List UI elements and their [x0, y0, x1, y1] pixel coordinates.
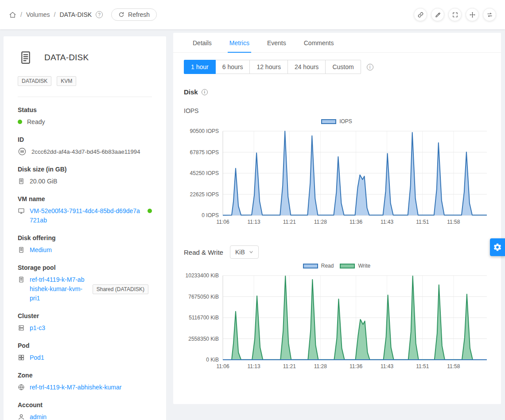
svg-text:11:36: 11:36 — [350, 219, 362, 225]
svg-text:11:28: 11:28 — [314, 363, 327, 369]
range-24hours-button[interactable]: 24 hours — [287, 60, 326, 74]
legend-read[interactable]: Read — [303, 263, 334, 269]
storage-pool-link[interactable]: ref-trl-4119-k-M7-abhishek-kumar-kvm-pri… — [30, 275, 86, 303]
svg-text:45250 IOPS: 45250 IOPS — [190, 170, 219, 176]
disk-icon — [18, 178, 25, 185]
breadcrumb: / Volumes / DATA-DISK ? Refresh — [9, 8, 157, 21]
tab-bar: Details Metrics Events Comments — [173, 33, 501, 53]
range-1hour-button[interactable]: 1 hour — [184, 60, 216, 74]
svg-text:22625 IOPS: 22625 IOPS — [190, 191, 219, 198]
refresh-button[interactable]: Refresh — [111, 8, 157, 21]
metrics-panel: 1 hour 6 hours 12 hours 24 hours Custom … — [173, 53, 501, 377]
svg-text:11:13: 11:13 — [248, 219, 260, 225]
svg-text:67875 IOPS: 67875 IOPS — [190, 149, 219, 156]
legend-iops[interactable]: IOPS — [321, 118, 352, 124]
field-label: VM name — [18, 195, 152, 202]
drag-arrows-icon — [469, 12, 476, 18]
field-vm-name: VM name VM-52e00f43-7911-4dc4-85bd-d69de… — [18, 195, 152, 225]
settings-button[interactable] — [490, 238, 505, 256]
field-storage-pool: Storage pool ref-trl-4119-k-M7-abhishek-… — [18, 264, 152, 303]
field-status: Status Ready — [18, 106, 152, 127]
iops-chart: 11:0611:1311:2111:2811:3611:4311:5111:58… — [184, 126, 489, 232]
resource-info-card: DATA-DISK DATADISK KVM Status Ready ID 2… — [4, 36, 166, 420]
svg-text:11:51: 11:51 — [416, 219, 429, 225]
account-link[interactable]: admin — [30, 412, 47, 420]
svg-text:2558350 KiB: 2558350 KiB — [188, 336, 219, 342]
refresh-label: Refresh — [128, 11, 150, 18]
field-label: Disk offering — [18, 234, 152, 241]
breadcrumb-current: DATA-DISK — [59, 11, 92, 18]
tab-details[interactable]: Details — [191, 33, 214, 52]
field-cluster: Cluster p1-c3 — [18, 312, 152, 333]
field-disk-size: Disk size (in GB) 20.00 GiB — [18, 166, 152, 186]
svg-text:90500 IOPS: 90500 IOPS — [190, 128, 219, 134]
unit-select[interactable]: KiB — [230, 245, 259, 259]
unit-select-value: KiB — [235, 249, 245, 256]
disk-offering-link[interactable]: Medium — [30, 245, 52, 255]
help-icon[interactable]: ? — [96, 11, 103, 18]
disk-icon — [18, 246, 25, 253]
resource-head: DATA-DISK — [14, 47, 155, 66]
globe-icon — [18, 384, 25, 391]
swap-arrows-icon — [486, 12, 493, 18]
info-icon[interactable]: i — [367, 64, 373, 70]
tag-row: DATADISK KVM — [18, 76, 152, 86]
fullscreen-button[interactable] — [448, 8, 462, 21]
reload-icon — [118, 12, 124, 18]
home-icon[interactable] — [9, 11, 16, 19]
time-range-group: 1 hour 6 hours 12 hours 24 hours Custom — [184, 60, 361, 74]
header-actions — [414, 8, 496, 21]
time-range-row: 1 hour 6 hours 12 hours 24 hours Custom … — [184, 60, 489, 74]
vm-name-link[interactable]: VM-52e00f43-7911-4dc4-85bd-d69de7a721ab — [30, 206, 141, 225]
link-button[interactable] — [414, 8, 427, 21]
svg-text:11:58: 11:58 — [447, 219, 460, 225]
field-label: Account — [18, 401, 152, 408]
svg-text:10233400 KiB: 10233400 KiB — [186, 272, 219, 279]
move-button[interactable] — [466, 8, 479, 21]
fullscreen-icon — [452, 12, 458, 18]
tag-hypervisor: KVM — [57, 76, 76, 86]
field-label: Disk size (in GB) — [18, 166, 152, 173]
svg-text:11:43: 11:43 — [381, 219, 393, 225]
svg-text:11:28: 11:28 — [314, 219, 327, 225]
iops-chart-legend: IOPS — [184, 117, 489, 126]
tab-comments[interactable]: Comments — [302, 33, 336, 52]
edit-button[interactable] — [431, 8, 444, 21]
range-12hours-button[interactable]: 12 hours — [249, 60, 287, 74]
legend-write[interactable]: Write — [340, 263, 370, 269]
vm-status-dot — [148, 209, 152, 213]
monitor-icon — [18, 207, 25, 214]
chevron-down-icon — [249, 250, 253, 254]
range-custom-button[interactable]: Custom — [325, 60, 361, 74]
link-icon — [417, 12, 424, 18]
pod-link[interactable]: Pod1 — [30, 353, 44, 362]
cluster-link[interactable]: p1-c3 — [30, 323, 45, 333]
read-write-chart-block: ReadWrite 11:0611:1311:2111:2811:3611:43… — [184, 261, 489, 377]
user-icon — [18, 413, 25, 420]
breadcrumb-volumes[interactable]: Volumes — [26, 11, 50, 18]
gear-icon — [493, 243, 502, 252]
read-write-title: Read & Write — [184, 249, 223, 256]
zone-link[interactable]: ref-trl-4119-k-M7-abhishek-kumar — [30, 383, 121, 392]
info-icon[interactable]: i — [202, 89, 208, 95]
top-header: / Volumes / DATA-DISK ? Refresh — [0, 0, 505, 29]
svg-text:11:36: 11:36 — [350, 363, 362, 369]
legend-swatch — [340, 264, 355, 268]
status-dot — [18, 120, 22, 124]
field-zone: Zone ref-trl-4119-k-M7-abhishek-kumar — [18, 372, 152, 392]
iops-chart-title: IOPS — [184, 107, 489, 114]
tab-metrics[interactable]: Metrics — [228, 33, 251, 52]
tab-events[interactable]: Events — [265, 33, 288, 52]
field-label: Pod — [18, 342, 152, 349]
swap-button[interactable] — [483, 8, 496, 21]
svg-text:11:06: 11:06 — [216, 219, 229, 225]
id-value: 2ccc62dd-af4a-43d7-bd45-6b83aae11994 — [31, 147, 140, 156]
tag-datadisk: DATADISK — [18, 76, 51, 86]
page-title: DATA-DISK — [44, 53, 89, 62]
svg-text:11:58: 11:58 — [447, 363, 460, 369]
disk-section-label: Disk — [184, 88, 198, 96]
field-label: Status — [18, 106, 152, 113]
disk-section-title: Disk i — [184, 88, 489, 96]
range-6hours-button[interactable]: 6 hours — [215, 60, 250, 74]
storage-icon — [18, 276, 25, 283]
